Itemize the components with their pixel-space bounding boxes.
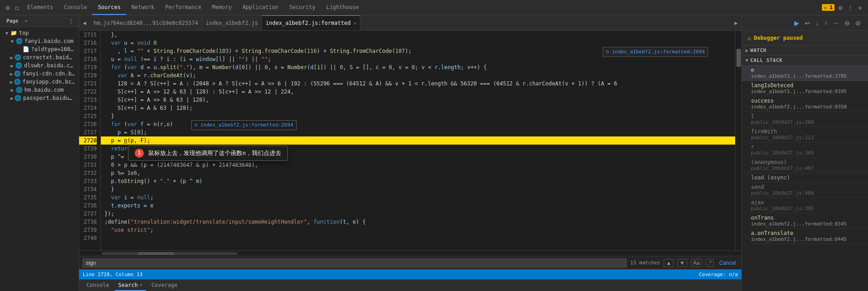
tab-memory[interactable]: Memory (207, 0, 237, 15)
editor-tab-formatted[interactable]: index_a1bebf2.js:formatted ✕ (262, 15, 360, 30)
tree-item-passport[interactable]: ▶ 🌐 passport.baidu.com (0, 94, 79, 102)
search-prev-btn[interactable]: ▲ (664, 259, 674, 267)
sidebar-tab-more[interactable]: » (23, 17, 30, 25)
tab-elements[interactable]: Elements (22, 0, 59, 15)
code-line-2728: p = n(p, F); 1 鼠标放上去，发现他调用了这个函数n，我们点进去 (101, 136, 735, 145)
callstack-item-0[interactable]: e index_a1bebf2.j...formatted:2705 (742, 66, 868, 81)
code-line-2731: 0 > p && (p = (2147483647 & p) + 2147483… (101, 161, 735, 169)
warning-icon: ⚠ (747, 34, 751, 42)
step-btn[interactable]: → (831, 19, 841, 28)
tab-security[interactable]: Security (284, 0, 321, 15)
top-tabs: Elements Console Sources Network Perform… (22, 0, 821, 15)
folder-icon-fanyi: 🌐 (15, 38, 23, 44)
tree-item-aldtype[interactable]: ▶ 📄 ?aldtype=16047 (0, 45, 79, 53)
step-out-btn[interactable]: ↑ (822, 19, 829, 28)
tab-performance[interactable]: Performance (160, 0, 207, 15)
editor-tab-scroll-left[interactable]: ◀ (79, 15, 90, 30)
editor-tab-formatted-label: index_a1bebf2.js:formatted (266, 20, 351, 26)
code-line-2715: }, (101, 31, 735, 39)
ln-2716: 2716 (79, 39, 97, 47)
tree-item-fanyicdn[interactable]: ▶ 🌐 fanyi-cdn.cdn.bcebos. (0, 70, 79, 78)
warning-badge[interactable]: ⚠ 1 (822, 4, 835, 11)
tab-network[interactable]: Network (126, 0, 160, 15)
callstack-item-8[interactable]: send public_10b9d27.js:408 (742, 183, 868, 198)
bottom-tab-search[interactable]: Search ✕ (115, 280, 146, 291)
bottom-tab-coverage[interactable]: Coverage (148, 280, 181, 291)
search-cancel-btn2[interactable]: Cancel (717, 260, 738, 266)
tooltip-popup: 1 鼠标放上去，发现他调用了这个函数n，我们点进去 (128, 146, 288, 161)
callstack-item-5[interactable]: r public_10b9d27.js:385 (742, 142, 868, 158)
tree-arrow-correctxt: ▶ (9, 55, 14, 60)
callstack-item-1[interactable]: langIsDeteced index_a1bebf2.j...formatte… (742, 81, 868, 96)
callstack-item-4[interactable]: fireWith public_10b9d27.js:212 (742, 127, 868, 142)
bottom-tab-console[interactable]: Console (83, 280, 113, 291)
sidebar-menu-icon[interactable]: ⋮ (67, 17, 75, 25)
tree-label-hm: hm.baidu.com (24, 87, 64, 93)
callstack-fn-8: send (751, 184, 863, 190)
editor-tab-index[interactable]: index_a1bebf2.js (202, 15, 262, 30)
deactivate-btn[interactable]: ⊖ (843, 19, 852, 28)
callstack-item-3[interactable]: l public_10b9d27.js:208 (742, 112, 868, 127)
code-line-2723: S[c++] = A >> 6 & 63 | 128), (101, 96, 735, 104)
tree-item-fanyiapp[interactable]: ▶ 🌐 fanyiapp.cdn.bcebos.c (0, 78, 79, 86)
ln-2717: 2717 (79, 47, 97, 55)
callstack-item-2[interactable]: success index_a1bebf2.j...formatted:8350 (742, 96, 868, 112)
code-line-2717: , l = "" + String.fromCharCode(103) + St… (101, 47, 735, 55)
tree-item-correctxt[interactable]: ▶ 🌐 correctxt.baidu.com (0, 53, 79, 61)
code-line-2726: for (var f = n(r,o) n index_a1bebf2.js:f… (101, 120, 735, 128)
inline-source-link[interactable]: n index_a1bebf2.js:formatted:2694 (191, 120, 297, 130)
devtools-icon-1[interactable]: ⚙ (4, 4, 12, 12)
vertical-scrollbar[interactable] (735, 31, 741, 250)
tab-lighthouse[interactable]: Lighthouse (321, 0, 364, 15)
sidebar-tab-page[interactable]: Page (4, 17, 21, 25)
search-case-btn[interactable]: Aa (691, 259, 702, 267)
code-line-2737: }); (101, 210, 735, 218)
editor-tab-scroll-right[interactable]: ▶ (731, 15, 741, 30)
file-tree-sidebar: Page » ⋮ ▼ 📁 top ▼ 🌐 fanyi.baidu.com ▶ 📄 (0, 15, 79, 291)
code-line-2735: var i = null; (101, 193, 735, 202)
callstack-fn-0: e (751, 67, 863, 73)
callstack-loc-6: public_10b9d27.js:407 (751, 165, 863, 171)
watch-section-header[interactable]: ▶ Watch (742, 46, 868, 56)
tree-arrow-top: ▼ (4, 31, 10, 36)
pause-exceptions-btn[interactable]: ⊘ (854, 19, 863, 28)
search-regex-btn[interactable]: .* (706, 259, 714, 267)
tab-console[interactable]: Console (59, 0, 93, 15)
horizontal-scrollbar-thumb[interactable] (138, 252, 174, 255)
callstack-item-11[interactable]: a.onTranslate index_a1bebf2.j...formatte… (742, 229, 868, 244)
tree-label-fanyi: fanyi.baidu.com (24, 38, 73, 44)
tree-item-top[interactable]: ▼ 📁 top (0, 29, 79, 37)
callstack-item-9[interactable]: ajax public_10b9d27.js:395 (742, 198, 868, 213)
tree-item-fanyi[interactable]: ▼ 🌐 fanyi.baidu.com (0, 37, 79, 45)
callstack-item-6[interactable]: (anonymous) public_10b9d27.js:407 (742, 158, 868, 173)
callstack-fn-9: ajax (751, 199, 863, 206)
tree-item-dlswbr[interactable]: ▶ 🌐 dlswbr.baidu.com (0, 61, 79, 70)
search-input[interactable] (83, 258, 627, 268)
code-line-2733: p.toString() + "." + (p ^ m) (101, 177, 735, 185)
tab-application[interactable]: Application (237, 0, 283, 15)
step-over-btn[interactable]: ↩ (803, 19, 812, 28)
search-next-btn[interactable]: ▼ (677, 259, 687, 267)
cursor-position: Line 2728, Column 13 (83, 272, 142, 277)
editor-tab-close-icon[interactable]: ✕ (354, 20, 357, 26)
callstack-item-7[interactable]: load (async) (742, 173, 868, 183)
inline-tooltip[interactable]: n index_a1bebf2.js:formatted:2694 (603, 47, 708, 57)
callstack-item-10[interactable]: onTrans index_a1bebf2.j...formatted:8345 (742, 213, 868, 229)
call-stack-items: e index_a1bebf2.j...formatted:2705 langI… (742, 66, 868, 291)
more-icon[interactable]: ⋮ (846, 4, 854, 12)
settings-icon[interactable]: ⚙ (836, 4, 844, 12)
scrollbar-thumb[interactable] (736, 49, 741, 67)
code-line-2722: S[c++] = A >> 12 & 63 | 128) : S[c++] = … (101, 88, 735, 96)
code-container: 2715 2716 2717 2718 2719 2720 2721 2722 … (79, 31, 741, 250)
resume-btn[interactable]: ▶ (793, 19, 801, 28)
devtools-icon-2[interactable]: ◻ (13, 4, 21, 12)
callstack-section-header[interactable]: ▼ Call Stack (742, 56, 868, 66)
code-line-2738: ;define("translation:widget/translate/in… (101, 218, 735, 226)
horizontal-scrollbar-track[interactable] (102, 252, 237, 255)
tab-sources[interactable]: Sources (92, 0, 126, 15)
bottom-tab-search-close[interactable]: ✕ (140, 282, 142, 287)
step-into-btn[interactable]: ↓ (814, 19, 821, 28)
editor-tab-hm[interactable]: hm.js?64ecd8240...91cb9e8c025574 (90, 15, 202, 30)
tree-item-hm[interactable]: ▶ 🌐 hm.baidu.com (0, 86, 79, 94)
close-devtools-icon[interactable]: ✕ (856, 4, 864, 12)
